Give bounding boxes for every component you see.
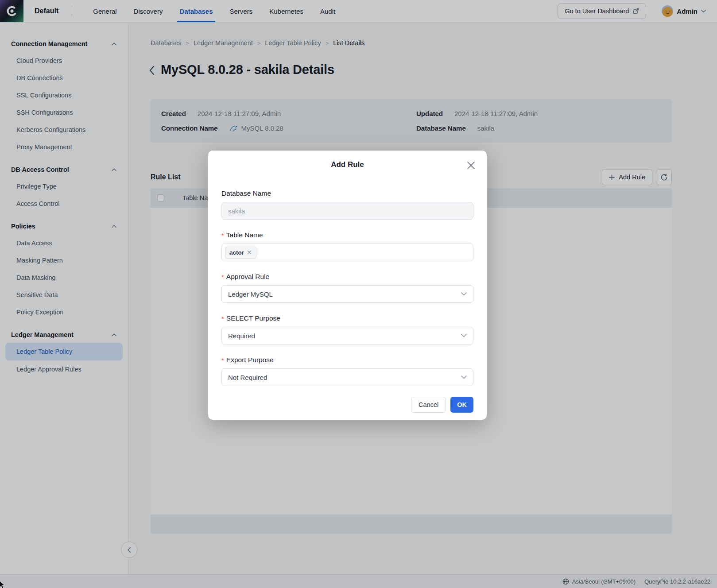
- modal-close-button[interactable]: [467, 161, 475, 170]
- close-icon: [467, 161, 475, 170]
- select-purpose-select[interactable]: Required: [221, 327, 473, 344]
- ok-button[interactable]: OK: [450, 397, 473, 413]
- field-database-name: Database Name sakila: [221, 189, 473, 220]
- export-purpose-field-label: Export Purpose: [226, 356, 274, 364]
- chevron-down-icon: [461, 375, 467, 379]
- add-rule-modal: Add Rule Database Name sakila * Table Na…: [208, 151, 487, 420]
- modal-title: Add Rule: [221, 160, 473, 172]
- select-purpose-value: Required: [228, 332, 255, 340]
- table-name-tag: actor ✕: [225, 247, 256, 259]
- approval-rule-field-label: Approval Rule: [226, 273, 269, 281]
- cancel-button[interactable]: Cancel: [411, 397, 446, 413]
- database-name-field-label: Database Name: [221, 190, 271, 197]
- field-table-name: * Table Name actor ✕: [221, 230, 473, 261]
- field-select-purpose: * SELECT Purpose Required: [221, 313, 473, 344]
- table-name-input[interactable]: actor ✕: [221, 244, 473, 261]
- export-purpose-select[interactable]: Not Required: [221, 368, 473, 386]
- chevron-down-icon: [461, 292, 467, 296]
- select-purpose-field-label: SELECT Purpose: [226, 314, 280, 322]
- export-purpose-value: Not Required: [228, 374, 267, 381]
- required-asterisk: *: [221, 315, 224, 322]
- mouse-cursor: [0, 580, 6, 588]
- chevron-down-icon: [461, 334, 467, 337]
- approval-rule-value: Ledger MySQL: [228, 290, 273, 298]
- tag-label: actor: [229, 249, 244, 256]
- tag-remove-icon[interactable]: ✕: [247, 249, 252, 255]
- field-export-purpose: * Export Purpose Not Required: [221, 355, 473, 386]
- required-asterisk: *: [221, 356, 224, 364]
- required-asterisk: *: [221, 273, 224, 281]
- field-approval-rule: * Approval Rule Ledger MySQL: [221, 272, 473, 303]
- approval-rule-select[interactable]: Ledger MySQL: [221, 285, 473, 303]
- table-name-field-label: Table Name: [226, 231, 263, 239]
- database-name-input: sakila: [221, 202, 473, 220]
- required-asterisk: *: [221, 232, 224, 239]
